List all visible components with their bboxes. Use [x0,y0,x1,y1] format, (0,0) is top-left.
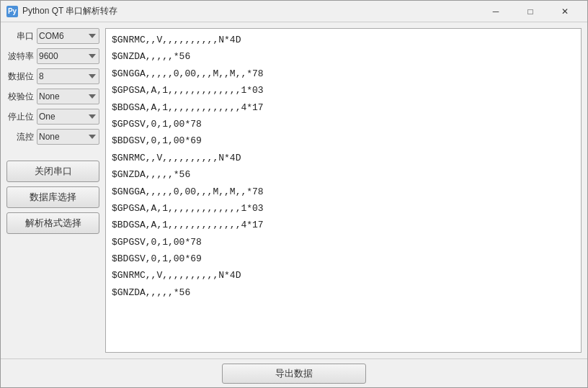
data-line: $BDGSV,0,1,00*69 [112,132,575,149]
data-line: $GNGGA,,,,,0,00,,,M,,M,,*78 [112,66,575,82]
data-line: $GPGSV,0,1,00*78 [112,116,575,132]
stopbits-select[interactable]: One [37,109,99,125]
stopbits-row: 停止位 One [6,109,99,125]
flowcontrol-row: 流控 None [6,129,99,145]
button-group: 关闭串口 数据库选择 解析格式选择 [6,161,99,234]
data-line: $BDGSA,A,1,,,,,,,,,,,,,4*17 [112,217,575,233]
minimize-button[interactable]: ─ [479,1,512,22]
baud-select[interactable]: 9600 [37,48,99,64]
export-button[interactable]: 导出数据 [222,364,366,384]
maximize-button[interactable]: □ [514,1,547,22]
data-line: $GNZDA,,,,,*56 [112,166,575,183]
window-title: Python QT 串口解析转存 [22,5,479,17]
left-panel: 串口 COM6 波特率 9600 数据位 8 [1,22,105,358]
close-button[interactable]: ✕ [548,1,582,22]
baud-label: 波特率 [6,50,34,63]
data-line: $GNRMC,,V,,,,,,,,,,N*4D [112,32,575,48]
databits-label: 数据位 [6,71,34,83]
parity-row: 校验位 None [6,89,99,104]
flowcontrol-label: 流控 [6,131,34,143]
data-line: $GNRMC,,V,,,,,,,,,,N*4D [112,267,575,284]
flowcontrol-select[interactable]: None [37,129,99,145]
stopbits-label: 停止位 [6,111,34,123]
port-select[interactable]: COM6 [37,28,99,44]
data-line: $GPGSV,0,1,00*78 [112,234,575,251]
parity-label: 校验位 [6,91,34,103]
data-line: $BDGSA,A,1,,,,,,,,,,,,,4*17 [112,99,575,116]
main-window: Py Python QT 串口解析转存 ─ □ ✕ 串口 COM6 波特率 [0,0,588,388]
bottom-bar: 导出数据 [1,358,587,387]
baud-row: 波特率 9600 [6,48,99,64]
serial-data-display[interactable]: $GNRMC,,V,,,,,,,,,,N*4D$GNZDA,,,,,*56$GN… [106,29,581,352]
parity-select[interactable]: None [37,89,99,104]
title-bar: Py Python QT 串口解析转存 ─ □ ✕ [1,1,587,22]
port-row: 串口 COM6 [6,28,99,44]
databits-row: 数据位 8 [6,68,99,84]
main-area: 串口 COM6 波特率 9600 数据位 8 [1,22,587,358]
data-line: $GPGSA,A,1,,,,,,,,,,,,,1*03 [112,82,575,99]
port-label: 串口 [6,30,34,42]
select-format-button[interactable]: 解析格式选择 [6,212,99,234]
serial-data-panel: $GNRMC,,V,,,,,,,,,,N*4D$GNZDA,,,,,*56$GN… [105,28,582,353]
databits-select[interactable]: 8 [37,68,99,84]
data-line: $GNGGA,,,,,0,00,,,M,,M,,*78 [112,184,575,200]
data-line: $GNZDA,,,,,*56 [112,284,575,301]
close-port-button[interactable]: 关闭串口 [6,161,99,182]
data-line: $GPGSA,A,1,,,,,,,,,,,,,1*03 [112,200,575,217]
data-line: $BDGSV,0,1,00*69 [112,251,575,267]
app-icon: Py [6,6,18,17]
window-controls: ─ □ ✕ [479,1,582,22]
data-line: $GNRMC,,V,,,,,,,,,,N*4D [112,150,575,166]
select-db-button[interactable]: 数据库选择 [6,186,99,208]
content-area: 串口 COM6 波特率 9600 数据位 8 [1,22,587,387]
data-line: $GNZDA,,,,,*56 [112,48,575,65]
